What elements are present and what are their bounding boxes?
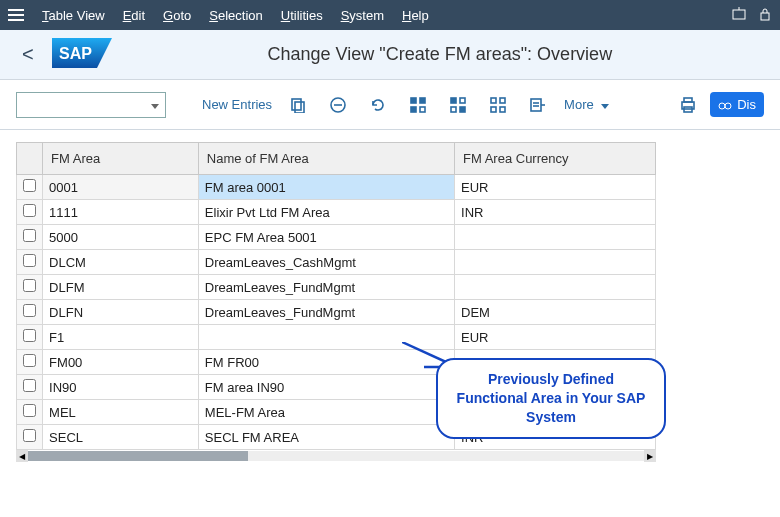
horizontal-scrollbar[interactable]: ◀ ▶	[16, 450, 656, 462]
row-checkbox[interactable]	[23, 429, 36, 442]
svg-rect-5	[295, 102, 304, 113]
cell-fm-area[interactable]: 0001	[43, 175, 199, 200]
svg-rect-17	[500, 98, 505, 103]
table-row[interactable]: DLFNDreamLeaves_FundMgmtDEM	[17, 300, 656, 325]
select-all-icon[interactable]	[404, 92, 432, 118]
scroll-thumb[interactable]	[28, 451, 248, 461]
close-window-icon[interactable]	[732, 7, 746, 24]
cell-fm-area[interactable]: DLFM	[43, 275, 199, 300]
row-checkbox[interactable]	[23, 179, 36, 192]
menu-utilities[interactable]: Utilities	[281, 8, 323, 23]
cell-currency[interactable]: DEM	[455, 300, 656, 325]
cell-currency[interactable]	[455, 250, 656, 275]
row-checkbox-cell[interactable]	[17, 200, 43, 225]
cell-currency[interactable]: EUR	[455, 325, 656, 350]
table-row[interactable]: DLCMDreamLeaves_CashMgmt	[17, 250, 656, 275]
cell-fm-area[interactable]: MEL	[43, 400, 199, 425]
row-checkbox[interactable]	[23, 304, 36, 317]
menu-system[interactable]: System	[341, 8, 384, 23]
row-checkbox[interactable]	[23, 404, 36, 417]
new-entries-button[interactable]: New Entries	[202, 97, 272, 112]
print-icon[interactable]	[674, 92, 702, 118]
row-checkbox-cell[interactable]	[17, 375, 43, 400]
row-checkbox[interactable]	[23, 354, 36, 367]
cell-fm-area[interactable]: 5000	[43, 225, 199, 250]
menu-selection[interactable]: Selection	[209, 8, 262, 23]
table-wrap: FM Area Name of FM Area FM Area Currency…	[0, 130, 780, 462]
table-row[interactable]: F1EUR	[17, 325, 656, 350]
cell-fm-area[interactable]: FM00	[43, 350, 199, 375]
row-checkbox-cell[interactable]	[17, 275, 43, 300]
cell-fm-area[interactable]: DLFN	[43, 300, 199, 325]
scroll-track[interactable]	[28, 451, 644, 461]
select-block-icon[interactable]	[444, 92, 472, 118]
more-button[interactable]: More	[564, 97, 609, 112]
view-dropdown[interactable]	[16, 92, 166, 118]
scroll-right-icon[interactable]: ▶	[644, 450, 656, 462]
display-button[interactable]: Dis	[710, 92, 764, 117]
row-checkbox[interactable]	[23, 379, 36, 392]
cell-fm-area[interactable]: IN90	[43, 375, 199, 400]
svg-rect-11	[420, 107, 425, 112]
undo-icon[interactable]	[364, 92, 392, 118]
cell-name[interactable]: EPC FM Area 5001	[198, 225, 454, 250]
cell-fm-area[interactable]: SECL	[43, 425, 199, 450]
row-checkbox-cell[interactable]	[17, 425, 43, 450]
more-label: More	[564, 97, 594, 112]
config-icon[interactable]	[524, 92, 552, 118]
cell-name[interactable]: DreamLeaves_FundMgmt	[198, 300, 454, 325]
cell-fm-area[interactable]: F1	[43, 325, 199, 350]
svg-rect-2	[761, 13, 769, 20]
menu-help[interactable]: Help	[402, 8, 429, 23]
col-name[interactable]: Name of FM Area	[198, 143, 454, 175]
cell-name[interactable]: SECL FM AREA	[198, 425, 454, 450]
table-row[interactable]: 0001FM area 0001EUR	[17, 175, 656, 200]
row-checkbox-cell[interactable]	[17, 250, 43, 275]
menu-goto[interactable]: Goto	[163, 8, 191, 23]
row-checkbox[interactable]	[23, 329, 36, 342]
scroll-left-icon[interactable]: ◀	[16, 450, 28, 462]
lock-icon[interactable]	[758, 7, 772, 24]
row-checkbox-cell[interactable]	[17, 300, 43, 325]
sap-logo: SAP	[52, 38, 112, 71]
table-row[interactable]: 5000EPC FM Area 5001	[17, 225, 656, 250]
row-checkbox-cell[interactable]	[17, 400, 43, 425]
row-checkbox[interactable]	[23, 204, 36, 217]
row-checkbox-cell[interactable]	[17, 350, 43, 375]
svg-rect-15	[460, 107, 465, 112]
row-checkbox-cell[interactable]	[17, 325, 43, 350]
col-currency[interactable]: FM Area Currency	[455, 143, 656, 175]
row-checkbox-cell[interactable]	[17, 175, 43, 200]
cell-name[interactable]: MEL-FM Area	[198, 400, 454, 425]
col-fm-area[interactable]: FM Area	[43, 143, 199, 175]
table-row[interactable]: DLFMDreamLeaves_FundMgmt	[17, 275, 656, 300]
cell-fm-area[interactable]: 1111	[43, 200, 199, 225]
copy-icon[interactable]	[284, 92, 312, 118]
hamburger-icon[interactable]	[8, 9, 24, 21]
cell-name[interactable]: DreamLeaves_CashMgmt	[198, 250, 454, 275]
back-button[interactable]: <	[12, 39, 44, 70]
svg-rect-12	[451, 98, 456, 103]
row-checkbox[interactable]	[23, 229, 36, 242]
menu-table-view[interactable]: Table View	[42, 8, 105, 23]
svg-rect-8	[411, 98, 416, 103]
svg-rect-19	[500, 107, 505, 112]
cell-currency[interactable]	[455, 275, 656, 300]
col-checkbox	[17, 143, 43, 175]
cell-currency[interactable]: INR	[455, 200, 656, 225]
cell-currency[interactable]: EUR	[455, 175, 656, 200]
svg-rect-0	[733, 10, 745, 19]
menu-edit[interactable]: Edit	[123, 8, 145, 23]
cell-name[interactable]: FM area IN90	[198, 375, 454, 400]
delete-icon[interactable]	[324, 92, 352, 118]
cell-currency[interactable]	[455, 225, 656, 250]
cell-name[interactable]: Elixir Pvt Ltd FM Area	[198, 200, 454, 225]
table-row[interactable]: 1111Elixir Pvt Ltd FM AreaINR	[17, 200, 656, 225]
row-checkbox-cell[interactable]	[17, 225, 43, 250]
cell-name[interactable]: FM area 0001	[198, 175, 454, 200]
cell-name[interactable]: DreamLeaves_FundMgmt	[198, 275, 454, 300]
cell-fm-area[interactable]: DLCM	[43, 250, 199, 275]
row-checkbox[interactable]	[23, 254, 36, 267]
row-checkbox[interactable]	[23, 279, 36, 292]
deselect-all-icon[interactable]	[484, 92, 512, 118]
